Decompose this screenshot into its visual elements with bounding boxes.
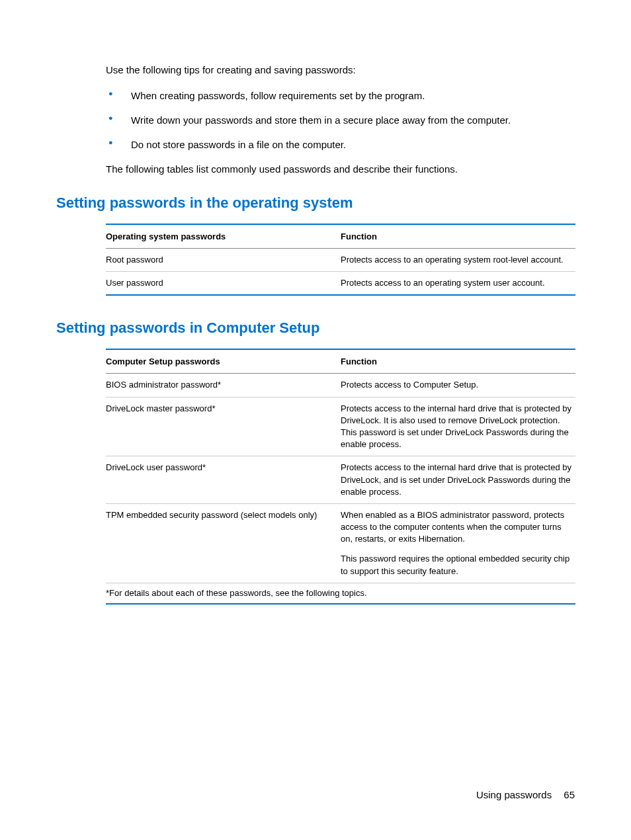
function-paragraph: When enabled as a BIOS administrator pas… bbox=[341, 509, 571, 546]
function-paragraph: This password requires the optional embe… bbox=[341, 553, 571, 577]
table-row: DriveLock user password* Protects access… bbox=[106, 456, 575, 504]
password-name: User password bbox=[106, 272, 341, 296]
password-function: When enabled as a BIOS administrator pas… bbox=[341, 503, 575, 583]
table-row: User password Protects access to an oper… bbox=[106, 272, 575, 296]
table-row: Root password Protects access to an oper… bbox=[106, 249, 575, 272]
table-header-name: Operating system passwords bbox=[106, 224, 341, 249]
password-name: TPM embedded security password (select m… bbox=[106, 503, 341, 583]
table-header-name: Computer Setup passwords bbox=[106, 349, 341, 374]
table-footnote-row: *For details about each of these passwor… bbox=[106, 583, 575, 604]
password-name: DriveLock master password* bbox=[106, 397, 341, 456]
footer-section-label: Using passwords bbox=[476, 789, 552, 800]
password-name: BIOS administrator password* bbox=[106, 374, 341, 397]
table-row: BIOS administrator password* Protects ac… bbox=[106, 374, 575, 397]
password-name: Root password bbox=[106, 249, 341, 272]
password-function: Protects access to the internal hard dri… bbox=[341, 397, 575, 456]
page-number: 65 bbox=[564, 789, 575, 800]
heading-os-passwords: Setting passwords in the operating syste… bbox=[56, 194, 575, 212]
document-page: Use the following tips for creating and … bbox=[0, 0, 631, 605]
section-os-passwords: Setting passwords in the operating syste… bbox=[56, 194, 575, 296]
heading-computer-setup-passwords: Setting passwords in Computer Setup bbox=[56, 319, 575, 337]
tip-item: When creating passwords, follow requirem… bbox=[106, 89, 575, 103]
tables-intro-paragraph: The following tables list commonly used … bbox=[106, 162, 575, 176]
table-header-row: Computer Setup passwords Function bbox=[106, 349, 575, 374]
table-header-function: Function bbox=[341, 224, 575, 249]
intro-paragraph: Use the following tips for creating and … bbox=[106, 63, 575, 77]
password-function: Protects access to Computer Setup. bbox=[341, 374, 575, 397]
tip-item: Do not store passwords in a file on the … bbox=[106, 138, 575, 151]
tips-list: When creating passwords, follow requirem… bbox=[106, 89, 575, 151]
password-function: Protects access to the internal hard dri… bbox=[341, 456, 575, 504]
tip-item: Write down your passwords and store them… bbox=[106, 113, 575, 127]
section-computer-setup-passwords: Setting passwords in Computer Setup Comp… bbox=[56, 319, 575, 605]
table-footnote: *For details about each of these passwor… bbox=[106, 583, 575, 604]
page-footer: Using passwords 65 bbox=[476, 789, 575, 800]
table-os-passwords: Operating system passwords Function Root… bbox=[106, 224, 575, 296]
table-computer-setup-passwords: Computer Setup passwords Function BIOS a… bbox=[106, 349, 575, 605]
table-header-function: Function bbox=[341, 349, 575, 374]
password-function: Protects access to an operating system r… bbox=[341, 249, 575, 272]
password-name: DriveLock user password* bbox=[106, 456, 341, 504]
table-header-row: Operating system passwords Function bbox=[106, 224, 575, 249]
password-function: Protects access to an operating system u… bbox=[341, 272, 575, 296]
table-row: TPM embedded security password (select m… bbox=[106, 503, 575, 583]
table-row: DriveLock master password* Protects acce… bbox=[106, 397, 575, 456]
